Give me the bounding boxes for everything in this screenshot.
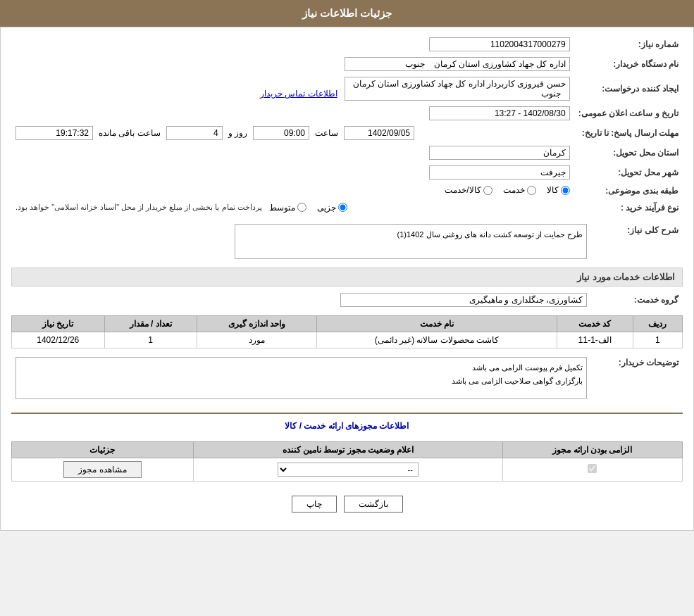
info-table: شماره نیاز: 1102004317000279 نام دستگاه … (11, 34, 683, 215)
creator-value: حسن فیروزی کاربردار اداره کل جهاد کشاورز… (11, 74, 574, 103)
process-medium[interactable]: متوسط (269, 203, 306, 213)
permit-status-select[interactable]: -- (278, 463, 419, 477)
creator-text: حسن فیروزی کاربردار اداره کل جهاد کشاورز… (353, 79, 566, 89)
col-permit-required: الزامی بودن ارائه مجوز (502, 441, 682, 458)
buyer-notes-label: توضیحات خریدار: (591, 354, 683, 402)
main-content: شماره نیاز: 1102004317000279 نام دستگاه … (0, 27, 694, 531)
view-permit-button[interactable]: مشاهده مجوز (63, 461, 141, 478)
category-kala[interactable]: کالا (547, 185, 570, 195)
buyer-notes-box: تکمیل فرم پیوست الزامی می باشد بارگزاری … (16, 357, 587, 399)
service-row-num: 1 (633, 332, 682, 348)
category-khidmat[interactable]: خدمت (503, 185, 536, 195)
col-row-num: ردیف (633, 315, 682, 332)
service-group-value-cell: کشاورزی، جنگلداری و ماهیگیری (11, 290, 591, 310)
general-desc-table: شرح کلی نیاز: طرح حمایت از توسعه کشت دان… (11, 221, 683, 262)
permit-required-cell (502, 458, 682, 481)
col-quantity: تعداد / مقدار (104, 315, 197, 332)
permits-section-title[interactable]: اطلاعات مجوزهای ارائه خدمت / کالا (11, 417, 683, 434)
province-label: استان محل تحویل: (574, 143, 683, 163)
creator-region: جنوب (541, 89, 561, 99)
category-label: طبقه بندی موضوعی: (574, 182, 683, 200)
general-desc-box: طرح حمایت از توسعه کشت دانه های روغنی سا… (235, 224, 587, 259)
service-row-name: کاشت محصولات سالانه (غیر دائمی) (317, 332, 557, 348)
col-permit-details: جزئیات (12, 441, 194, 458)
general-desc-section: شرح کلی نیاز: طرح حمایت از توسعه کشت دان… (11, 221, 683, 262)
buyer-notes-table: توضیحات خریدار: تکمیل فرم پیوست الزامی م… (11, 354, 683, 402)
category-kala-khidmat[interactable]: کالا/خدمت (445, 185, 492, 195)
deadline-remaining-time: 19:17:32 (16, 126, 93, 140)
col-date: تاریخ نیاز (12, 315, 105, 332)
permit-required-checkbox (588, 464, 597, 473)
buyer-org-label: نام دستگاه خریدار: (574, 54, 683, 74)
deadline-date: 1402/09/05 (344, 126, 414, 140)
contact-info-link[interactable]: اطلاعات تماس خریدار (260, 89, 337, 99)
permit-row: -- مشاهده مجوز (12, 458, 683, 481)
services-table: ردیف کد خدمت نام خدمت واحد اندازه گیری ت… (11, 315, 683, 348)
header-title: جزئیات اطلاعات نیاز (302, 7, 392, 19)
back-button[interactable]: بازگشت (344, 496, 403, 513)
general-desc-value-cell: طرح حمایت از توسعه کشت دانه های روغنی سا… (11, 221, 591, 262)
buyer-org-region: جنوب (405, 59, 425, 69)
city-value: جیرفت (11, 163, 574, 182)
service-group-label: گروه خدمت: (591, 290, 683, 310)
creator-label: ایجاد کننده درخواست: (574, 74, 683, 103)
need-number-value: 1102004317000279 (11, 34, 574, 54)
process-note: پرداخت تمام یا بخشی از مبلغ خریدار از مح… (16, 203, 262, 212)
footer-buttons: بازگشت چاپ (11, 485, 683, 523)
service-row: 1 الف-1-11 کاشت محصولات سالانه (غیر دائم… (12, 332, 683, 348)
buyer-org-field: اداره کل جهاد کشاورزی استان کرمان جنوب (345, 57, 570, 71)
process-row: پرداخت تمام یا بخشی از مبلغ خریدار از مح… (11, 200, 574, 215)
need-number-field: 1102004317000279 (429, 37, 570, 51)
deadline-row: 19:17:32 ساعت باقی مانده 4 روز و 09:00 س… (11, 123, 574, 143)
service-group-field: کشاورزی، جنگلداری و ماهیگیری (340, 293, 587, 307)
buyer-org-value: اداره کل جهاد کشاورزی استان کرمان جنوب (11, 54, 574, 74)
deadline-label: مهلت ارسال پاسخ: تا تاریخ: (574, 123, 683, 143)
creator-field: حسن فیروزی کاربردار اداره کل جهاد کشاورز… (345, 77, 570, 101)
service-group-table: گروه خدمت: کشاورزی، جنگلداری و ماهیگیری (11, 290, 683, 310)
buyer-notes-value-cell: تکمیل فرم پیوست الزامی می باشد بارگزاری … (11, 354, 591, 402)
permits-table: الزامی بودن ارائه مجوز اعلام وضعیت مجوز … (11, 441, 683, 482)
city-label: شهر محل تحویل: (574, 163, 683, 182)
print-button[interactable]: چاپ (292, 496, 337, 513)
col-service-name: نام خدمت (317, 315, 557, 332)
announce-date-label: تاریخ و ساعت اعلان عمومی: (574, 103, 683, 123)
permit-status-cell: -- (193, 458, 502, 481)
col-permit-status: اعلام وضعیت مجوز توسط نامین کننده (193, 441, 502, 458)
col-unit: واحد اندازه گیری (197, 315, 316, 332)
general-desc-label: شرح کلی نیاز: (591, 221, 683, 262)
page-wrapper: جزئیات اطلاعات نیاز شماره نیاز: 11020043… (0, 0, 694, 531)
process-label: نوع فرآیند خرید : (574, 200, 683, 215)
province-field: کرمان (429, 146, 570, 160)
deadline-time-label: ساعت (315, 128, 338, 138)
service-row-date: 1402/12/26 (12, 332, 105, 348)
process-partial[interactable]: جزیی (317, 203, 347, 213)
deadline-days: 4 (166, 126, 223, 140)
category-row: کالا/خدمت خدمت کالا (11, 182, 574, 200)
service-row-unit: مورد (197, 332, 316, 348)
buyer-org-text: اداره کل جهاد کشاورزی استان کرمان (434, 59, 566, 69)
service-row-quantity: 1 (104, 332, 197, 348)
need-number-label: شماره نیاز: (574, 34, 683, 54)
col-service-code: کد خدمت (557, 315, 633, 332)
service-row-code: الف-1-11 (557, 332, 633, 348)
announce-date-value: 1402/08/30 - 13:27 (11, 103, 574, 123)
city-field: جیرفت (429, 165, 570, 180)
announce-date-field: 1402/08/30 - 13:27 (429, 106, 570, 120)
permits-title-row: اطلاعات مجوزهای ارائه خدمت / کالا (11, 414, 683, 438)
services-section-header: اطلاعات خدمات مورد نیاز (11, 268, 683, 287)
deadline-time: 09:00 (253, 126, 309, 140)
deadline-days-label: روز و (228, 128, 247, 138)
deadline-remaining-label: ساعت باقی مانده (99, 128, 161, 138)
page-header: جزئیات اطلاعات نیاز (0, 0, 694, 27)
permit-details-cell: مشاهده مجوز (12, 458, 194, 481)
province-value: کرمان (11, 143, 574, 163)
